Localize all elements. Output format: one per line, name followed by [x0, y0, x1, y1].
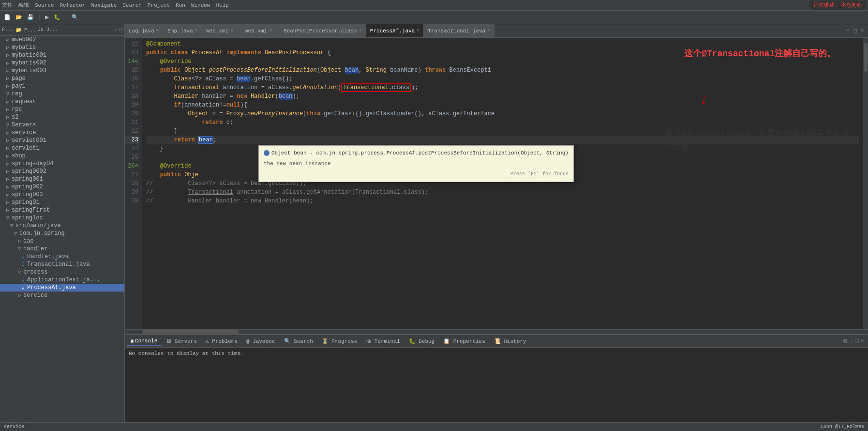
toolbar-search[interactable]: 🔍 — [70, 13, 80, 21]
console-tab-history[interactable]: 📜 History — [490, 337, 530, 345]
sidebar-item-servers[interactable]: ▽ Servers — [0, 121, 124, 129]
sidebar-item-spring001[interactable]: ▷ spring001 — [0, 175, 124, 183]
bean-icon — [264, 150, 269, 156]
console-tab-terminal[interactable]: 🖲 Terminal — [362, 337, 404, 345]
sidebar-item-package[interactable]: ▽ com.jn.spring — [0, 230, 124, 237]
sidebar-item-transactional-java[interactable]: J Transactional.java — [0, 261, 124, 268]
folder-icon: ▷ — [4, 207, 12, 213]
console-btn-3[interactable]: □ — [855, 338, 859, 345]
console-btn-1[interactable]: ⧉ — [843, 338, 848, 345]
sidebar-item-reg[interactable]: ▽ reg — [0, 90, 124, 98]
tab-web1-close[interactable]: × — [230, 28, 233, 33]
horizontal-scrollbar[interactable] — [125, 329, 868, 334]
console-tab-servers[interactable]: 🖥 Servers — [162, 337, 201, 345]
sidebar-item-spring-day04[interactable]: ▷ spring-day04 — [0, 160, 124, 168]
sidebar-item-spring003[interactable]: ▷ spring003 — [0, 191, 124, 199]
sidebar-item-spring01[interactable]: ▷ spring01 — [0, 199, 124, 206]
tab-emp[interactable]: Emp.java × — [164, 24, 202, 37]
menu-edit[interactable]: 编辑 — [18, 1, 29, 9]
tree-label: service — [12, 129, 36, 136]
tab-beanpost[interactable]: BeanPostProcessor.class × — [280, 24, 366, 37]
tab-web1[interactable]: web.xml × — [202, 24, 241, 37]
sidebar-item-mybatis001[interactable]: ▷ mybatis001 — [0, 51, 124, 59]
console-tab-properties[interactable]: 📋 Properties — [439, 337, 489, 345]
ln-22: 22 — [125, 127, 140, 136]
tab-processaf[interactable]: ProcessAf.java × — [366, 24, 424, 37]
console-tab-javadoc[interactable]: @ Javadoc — [242, 338, 279, 345]
toolbar-debug[interactable]: 🐛 — [52, 13, 62, 21]
sidebar-item-service-folder[interactable]: ▷ service — [0, 292, 124, 299]
sidebar-item-page[interactable]: ▷ page — [0, 75, 124, 82]
editor-close[interactable]: × — [859, 28, 866, 34]
sidebar-item-handler-java[interactable]: J Handler.java — [0, 253, 124, 261]
tab-transactional[interactable]: Transactional.java × — [424, 24, 494, 37]
sidebar-item-rpc[interactable]: ▷ rpc — [0, 106, 124, 113]
console-tab-search[interactable]: 🔍 Search — [280, 337, 317, 345]
sidebar-item-mybatis002[interactable]: ▷ mybatis002 — [0, 59, 124, 67]
menu-source[interactable]: Source — [35, 2, 54, 8]
sidebar-item-shop[interactable]: ▷ shop — [0, 152, 124, 160]
toolbar-run[interactable]: ▶ — [43, 13, 51, 21]
sidebar-minimize[interactable]: – — [115, 27, 118, 32]
sidebar-item-s2[interactable]: ▷ s2 — [0, 113, 124, 121]
scrollbar-thumb[interactable] — [864, 43, 868, 72]
toolbar-new[interactable]: 📄 — [2, 13, 13, 21]
console-tab-debug[interactable]: 🐛 Debug — [405, 337, 439, 345]
tab-log[interactable]: Log.java × — [125, 24, 164, 37]
sidebar-item-servlet001[interactable]: ▷ servlet001 — [0, 137, 124, 144]
code-line-20: Object o = Proxy.newProxyInstance(this.g… — [146, 109, 859, 118]
menu-refactor[interactable]: Refactor — [60, 2, 86, 8]
tooltip-title: Object bean - com.jn.spring.process.Proc… — [264, 149, 569, 157]
menu-search[interactable]: Search — [122, 2, 142, 8]
console-tab-console[interactable]: ▣ Console — [127, 337, 161, 346]
editor-minimize[interactable]: – — [844, 28, 851, 34]
toolbar-save[interactable]: 💾 — [25, 13, 36, 21]
editor-maximize[interactable]: □ — [852, 28, 859, 34]
tab-emp-close[interactable]: × — [195, 28, 198, 33]
tab-web2-close[interactable]: × — [269, 28, 272, 33]
sidebar-item-service[interactable]: ▷ service — [0, 129, 124, 137]
sidebar-item-request[interactable]: ▷ request — [0, 98, 124, 106]
menu-window[interactable]: Window — [191, 2, 210, 8]
tab-transactional-close[interactable]: × — [487, 28, 490, 33]
sidebar-item-springfirst[interactable]: ▷ springFirst — [0, 206, 124, 214]
sidebar-item-process[interactable]: ▽ process — [0, 268, 124, 276]
folder-icon: ▷ — [4, 169, 12, 174]
tooltip-body: the new bean instance — [264, 159, 569, 168]
menu-navigate[interactable]: Navigate — [91, 2, 117, 8]
sidebar-item-srcmainjava[interactable]: ▽ src/main/java — [0, 222, 124, 230]
sidebar-item-mybatis003[interactable]: ▷ mybatis003 — [0, 67, 124, 75]
menu-file[interactable]: 文件 — [2, 1, 13, 9]
sidebar-item-pay1[interactable]: ▷ pay1 — [0, 82, 124, 90]
tab-log-close[interactable]: × — [156, 28, 159, 33]
menu-project[interactable]: Project — [148, 2, 170, 8]
sidebar-item-spring0002[interactable]: ▷ spring0002 — [0, 168, 124, 175]
sidebar-item-handler[interactable]: ▽ handler — [0, 245, 124, 253]
sidebar-item-spring002[interactable]: ▷ spring002 — [0, 183, 124, 191]
vertical-scrollbar[interactable] — [863, 38, 868, 329]
tooltip-title-text: Object bean - com.jn.spring.process.Proc… — [271, 149, 569, 157]
tab-processaf-close[interactable]: × — [417, 28, 419, 33]
menu-help[interactable]: Help — [216, 2, 228, 8]
sidebar-item-mweb002[interactable]: ▷ mweb002 — [0, 36, 124, 44]
tooltip-footer-text: Press 'F2' for focus — [510, 171, 569, 177]
toolbar-open[interactable]: 📂 — [14, 13, 24, 21]
sidebar-item-dao[interactable]: ▷ dao — [0, 237, 124, 245]
code-content[interactable]: @Component public class ProcessAf implem… — [142, 38, 863, 329]
console-content: No consoles to display at this time. — [125, 348, 868, 431]
menu-run[interactable]: Run — [176, 2, 185, 8]
console-tab-progress[interactable]: ⏳ Progress — [318, 337, 361, 345]
tab-beanpost-close[interactable]: × — [359, 28, 362, 33]
console-btn-2[interactable]: – — [850, 338, 853, 345]
tab-web2[interactable]: web.xml × — [241, 24, 280, 37]
sidebar-item-processaf-java[interactable]: J ProcessAf.java — [0, 284, 124, 292]
sidebar-item-mybatis[interactable]: ▷ mybatis — [0, 44, 124, 51]
sidebar-item-servlet1[interactable]: ▷ servlet1 — [0, 144, 124, 152]
console-close[interactable]: × — [861, 338, 864, 345]
console-tab-problems[interactable]: ⚠ Problems — [202, 337, 241, 345]
h-scrollbar-thumb[interactable] — [142, 330, 239, 334]
sidebar-item-springloc[interactable]: ▽ springloc — [0, 214, 124, 222]
tab-beanpost-label: BeanPostProcessor.class — [284, 28, 357, 34]
sidebar-item-apptest-java[interactable]: J ApplicationTest.ja... — [0, 276, 124, 284]
sidebar-maximize[interactable]: □ — [120, 27, 122, 32]
